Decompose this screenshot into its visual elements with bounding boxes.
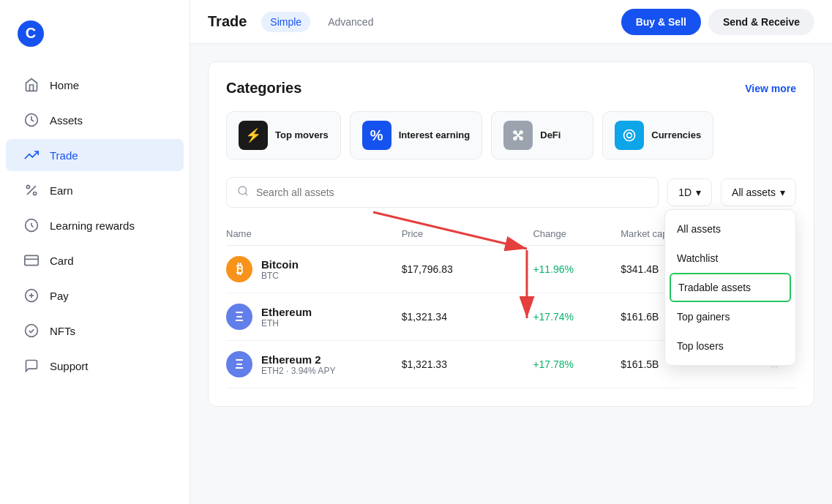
learning-icon	[23, 218, 40, 233]
ethereum-price: $1,321.34	[402, 311, 533, 323]
dropdown-item-tradable-assets[interactable]: Tradable assets	[670, 273, 791, 302]
top-movers-icon: ⚡	[239, 121, 268, 150]
asset-filter-wrapper: All assets ▾ All assets Watchlist Tradab…	[721, 178, 796, 206]
page-title: Trade	[208, 13, 247, 30]
category-defi[interactable]: DeFi	[491, 111, 593, 159]
ethereum-icon: Ξ	[226, 304, 252, 330]
sidebar-item-home-label: Home	[50, 79, 79, 91]
svg-point-20	[627, 133, 632, 138]
trade-icon	[23, 148, 40, 162]
col-name: Name	[226, 228, 402, 239]
asset-filter-label: All assets	[732, 187, 776, 198]
bitcoin-details: Bitcoin BTC	[261, 258, 299, 281]
asset-info-ethereum: Ξ Ethereum ETH	[226, 304, 402, 330]
ethereum-name: Ethereum	[261, 306, 312, 318]
svg-point-19	[624, 130, 635, 141]
ethereum2-name: Ethereum 2	[261, 353, 335, 366]
dropdown-item-watchlist[interactable]: Watchlist	[665, 244, 795, 273]
svg-point-4	[26, 185, 29, 188]
support-icon	[23, 358, 40, 373]
ethereum2-price: $1,321.33	[402, 358, 533, 370]
ethereum-change: +17.74%	[533, 311, 621, 323]
ethereum2-icon: Ξ	[226, 351, 252, 377]
sidebar-item-nfts-label: NFTs	[50, 325, 75, 337]
category-interest-earning[interactable]: % Interest earning	[350, 111, 483, 159]
defi-label: DeFi	[540, 129, 561, 142]
time-filter-button[interactable]: 1D ▾	[667, 178, 712, 206]
ethereum2-change: +17.78%	[533, 358, 621, 370]
buy-sell-button[interactable]: Buy & Sell	[621, 9, 701, 35]
assets-icon	[23, 113, 40, 127]
sidebar-item-home[interactable]: Home	[6, 69, 184, 101]
ethereum2-symbol: ETH2 · 3.94% APY	[261, 366, 335, 376]
sidebar-item-learning-label: Learning rewards	[50, 219, 135, 232]
header-actions: Buy & Sell Send & Receive	[621, 9, 814, 35]
svg-line-22	[245, 193, 247, 195]
bitcoin-icon: ₿	[226, 256, 252, 282]
dropdown-item-all-assets[interactable]: All assets	[665, 214, 795, 244]
svg-point-12	[26, 325, 38, 337]
search-filter-row: 1D ▾ All assets ▾ All assets Watchlist T…	[226, 177, 796, 208]
col-price: Price	[402, 228, 533, 239]
category-pills: ⚡ Top movers % Interest earning DeFi	[226, 111, 796, 159]
sidebar-item-pay-label: Pay	[50, 290, 69, 302]
sidebar-item-nfts[interactable]: NFTs	[6, 315, 184, 347]
currencies-icon	[615, 121, 644, 150]
categories-header: Categories View more	[226, 80, 796, 97]
logo: C	[0, 12, 190, 67]
bitcoin-symbol: BTC	[261, 271, 299, 281]
sidebar: C Home Assets Trade Earn Learning reward…	[0, 0, 190, 504]
card-icon	[23, 253, 40, 268]
bitcoin-price: $17,796.83	[402, 263, 533, 275]
search-input[interactable]	[256, 187, 648, 198]
tab-simple[interactable]: Simple	[261, 12, 310, 32]
sidebar-item-pay[interactable]: Pay	[6, 279, 184, 312]
home-icon	[23, 78, 40, 92]
col-change: Change	[533, 228, 621, 239]
bitcoin-name: Bitcoin	[261, 258, 299, 271]
search-icon	[237, 185, 249, 200]
time-filter-label: 1D	[678, 187, 692, 198]
tab-advanced[interactable]: Advanced	[319, 12, 382, 32]
search-box[interactable]	[226, 177, 659, 208]
sidebar-item-earn-label: Earn	[50, 184, 73, 197]
bitcoin-change: +11.96%	[533, 263, 621, 275]
dropdown-item-top-gainers[interactable]: Top gainers	[665, 302, 795, 331]
asset-filter-button[interactable]: All assets ▾	[721, 178, 796, 206]
sidebar-item-earn[interactable]: Earn	[6, 174, 184, 206]
content-area: Categories View more ⚡ Top movers % Inte…	[190, 44, 832, 504]
svg-point-5	[34, 192, 37, 195]
pay-icon	[23, 288, 40, 303]
chevron-down-icon: ▾	[696, 187, 701, 198]
top-movers-label: Top movers	[275, 129, 329, 142]
earn-icon	[23, 183, 40, 198]
dropdown-item-top-losers[interactable]: Top losers	[665, 331, 795, 361]
sidebar-item-support[interactable]: Support	[6, 350, 184, 382]
currencies-label: Currencies	[651, 129, 701, 142]
ethereum-details: Ethereum ETH	[261, 306, 312, 328]
nfts-icon	[23, 323, 40, 338]
main-card: Categories View more ⚡ Top movers % Inte…	[208, 61, 814, 407]
asset-info-ethereum2: Ξ Ethereum 2 ETH2 · 3.94% APY	[226, 351, 402, 377]
svg-rect-7	[25, 255, 38, 265]
main-content: Trade Simple Advanced Buy & Sell Send & …	[190, 0, 832, 504]
chevron-down-icon-2: ▾	[780, 187, 785, 198]
defi-icon	[503, 121, 533, 150]
sidebar-item-assets[interactable]: Assets	[6, 104, 184, 136]
sidebar-item-card-label: Card	[50, 255, 74, 267]
header: Trade Simple Advanced Buy & Sell Send & …	[190, 0, 832, 44]
asset-info-bitcoin: ₿ Bitcoin BTC	[226, 256, 402, 282]
asset-filter-dropdown: All assets Watchlist Tradable assets Top…	[664, 209, 796, 366]
sidebar-item-trade-label: Trade	[50, 149, 78, 162]
ethereum2-details: Ethereum 2 ETH2 · 3.94% APY	[261, 353, 335, 376]
sidebar-item-learning[interactable]: Learning rewards	[6, 209, 184, 241]
category-top-movers[interactable]: ⚡ Top movers	[226, 111, 341, 159]
category-currencies[interactable]: Currencies	[602, 111, 713, 159]
sidebar-item-trade[interactable]: Trade	[6, 139, 184, 171]
interest-earning-label: Interest earning	[399, 129, 471, 142]
send-receive-button[interactable]: Send & Receive	[708, 9, 814, 35]
view-more-link[interactable]: View more	[745, 83, 796, 94]
sidebar-item-card[interactable]: Card	[6, 244, 184, 277]
svg-point-21	[239, 187, 247, 195]
categories-title: Categories	[226, 80, 301, 97]
